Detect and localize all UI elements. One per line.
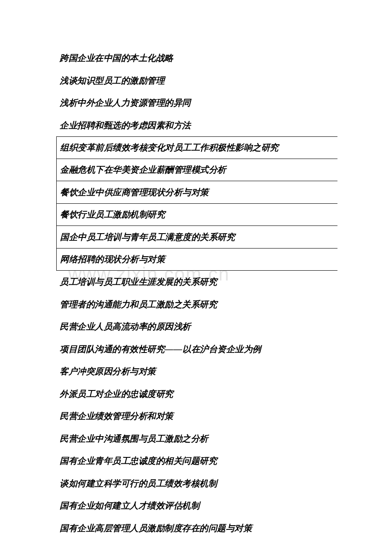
- topic-row: 组织变革前后绩效考核变化对员工工作积极性影响之研究: [56, 136, 337, 159]
- topic-row: 跨国企业在中国的本土化战略: [56, 47, 337, 69]
- topic-text: 项目团队沟通的有效性研究——以在沪台资企业为例: [60, 343, 261, 355]
- topic-row: 国有企业如何建立人才绩效评估机制: [56, 494, 337, 517]
- topic-text: 企业招聘和甄选的考虑因素和方法: [60, 119, 191, 131]
- topic-row: 项目团队沟通的有效性研究——以在沪台资企业为例: [56, 338, 337, 361]
- topic-row: 谈如何建立科学可行的员工绩效考核机制: [56, 472, 337, 495]
- topic-row: 餐饮企业中供应商管理现状分析与对策: [56, 181, 337, 204]
- topic-text: 民营企业绩效管理分析和对策: [60, 410, 173, 422]
- topic-row: 管理者的沟通能力和员工激励之关系研究: [56, 293, 337, 316]
- topic-text: 餐饮行业员工激励机制研究: [60, 208, 165, 220]
- topic-row: 民营企业中沟通氛围与员工激励之分析: [56, 428, 337, 450]
- topic-row: 企业招聘和甄选的考虑因素和方法: [56, 114, 337, 137]
- topic-text: 国有企业青年员工忠诚度的相关问题研究: [60, 455, 217, 467]
- topic-text: 外派员工对企业的忠诚度研究: [60, 388, 173, 400]
- topic-text: 国有企业如何建立人才绩效评估机制: [60, 500, 199, 512]
- topic-row: 国企中员工培训与青年员工满意度的关系研究: [56, 226, 337, 249]
- topic-row: 民营企业绩效管理分析和对策: [56, 405, 337, 428]
- topic-row: 员工培训与员工职业生涯发展的关系研究: [56, 271, 337, 293]
- topic-text: 员工培训与员工职业生涯发展的关系研究: [60, 276, 217, 288]
- topic-row: 金融危机下在华美资企业薪酬管理模式分析: [56, 159, 337, 182]
- topic-text: 餐饮企业中供应商管理现状分析与对策: [60, 186, 209, 198]
- topic-row: 国有企业高层管理人员激励制度存在的问题与对策: [56, 517, 337, 540]
- topic-text: 浅谈知识型员工的激励管理: [60, 75, 164, 87]
- topic-list: 跨国企业在中国的本土化战略浅谈知识型员工的激励管理浅析中外企业人力资源管理的异同…: [56, 47, 337, 539]
- topic-text: 客户冲突原因分析与对策: [60, 365, 156, 377]
- topic-text: 国企中员工培训与青年员工满意度的关系研究: [60, 231, 235, 243]
- topic-text: 金融危机下在华美资企业薪酬管理模式分析: [60, 164, 226, 176]
- topic-text: 谈如何建立科学可行的员工绩效考核机制: [60, 477, 217, 489]
- topic-row: 餐饮行业员工激励机制研究: [56, 204, 337, 226]
- topic-row: 外派员工对企业的忠诚度研究: [56, 383, 337, 405]
- topic-text: 组织变革前后绩效考核变化对员工工作积极性影响之研究: [60, 142, 279, 153]
- topic-text: 浅析中外企业人力资源管理的异同: [60, 97, 191, 109]
- topic-text: 网络招聘的现状分析与对策: [60, 253, 165, 265]
- topic-row: 网络招聘的现状分析与对策: [56, 249, 337, 271]
- topic-row: 浅谈知识型员工的激励管理: [56, 69, 337, 92]
- topic-row: 民营企业人员高流动率的原因浅析: [56, 315, 337, 338]
- topic-row: 客户冲突原因分析与对策: [56, 360, 337, 383]
- topic-row: 国有企业青年员工忠诚度的相关问题研究: [56, 450, 337, 472]
- topic-text: 民营企业人员高流动率的原因浅析: [60, 321, 191, 332]
- topic-text: 跨国企业在中国的本土化战略: [60, 52, 173, 64]
- topic-row: 浅析中外企业人力资源管理的异同: [56, 92, 337, 114]
- topic-text: 民营企业中沟通氛围与员工激励之分析: [60, 433, 208, 445]
- topic-text: 国有企业高层管理人员激励制度存在的问题与对策: [60, 522, 252, 534]
- topic-text: 管理者的沟通能力和员工激励之关系研究: [60, 298, 217, 310]
